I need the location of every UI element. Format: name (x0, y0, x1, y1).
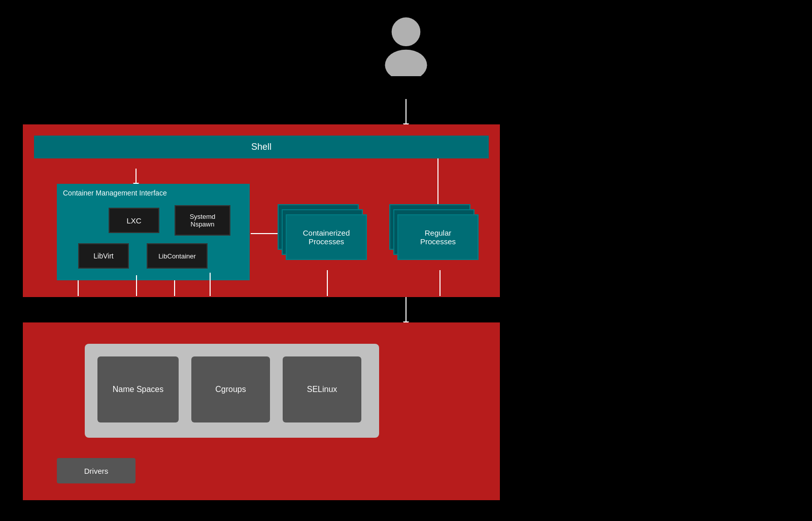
shell-bar: Shell (34, 136, 489, 158)
systemd-box: SystemdNspawn (175, 205, 230, 236)
systemd-label: SystemdNspawn (190, 213, 216, 228)
bottom-panel: Name Spaces Cgroups SELinux Drivers (23, 322, 500, 500)
libvirt-label: LibVirt (93, 252, 113, 260)
cmi-box: Container Management Interface LXC Syste… (57, 184, 250, 280)
cgroups-box: Cgroups (191, 356, 270, 422)
cmi-label: Container Management Interface (63, 189, 167, 197)
libvirt-box: LibVirt (78, 243, 129, 269)
cgroups-label: Cgroups (215, 385, 246, 394)
containerized-processes-stack: ContainerizedProcesses (278, 204, 366, 270)
cp-label: ContainerizedProcesses (303, 229, 350, 246)
lxc-label: LXC (126, 216, 141, 225)
drivers-box: Drivers (57, 458, 136, 483)
shell-label: Shell (251, 142, 272, 152)
rp-label: RegularProcesses (420, 229, 456, 246)
libcontainer-box: LibContainer (147, 243, 208, 269)
selinux-label: SELinux (307, 385, 337, 394)
arrow-shell-cmi (136, 169, 137, 184)
selinux-box: SELinux (283, 356, 361, 422)
arrow-cmi-cp (251, 233, 281, 234)
lxc-box: LXC (109, 208, 159, 233)
libcontainer-label: LibContainer (158, 252, 196, 260)
namespaces-label: Name Spaces (113, 385, 164, 394)
svg-point-1 (385, 50, 427, 76)
arrow-top-bottom-panels (405, 297, 407, 322)
drivers-label: Drivers (84, 467, 109, 475)
svg-point-0 (392, 17, 421, 46)
arrow-user-shell (405, 99, 407, 124)
user-icon (378, 15, 434, 76)
rp-box-front: RegularProcesses (397, 214, 479, 260)
regular-processes-stack: RegularProcesses (389, 204, 491, 270)
cp-box-front: ContainerizedProcesses (286, 214, 367, 260)
top-panel: Shell Container Management Interface LXC… (23, 124, 500, 297)
kernel-components-container: Name Spaces Cgroups SELinux (85, 344, 379, 438)
namespaces-box: Name Spaces (97, 356, 179, 422)
user-avatar (376, 15, 436, 76)
